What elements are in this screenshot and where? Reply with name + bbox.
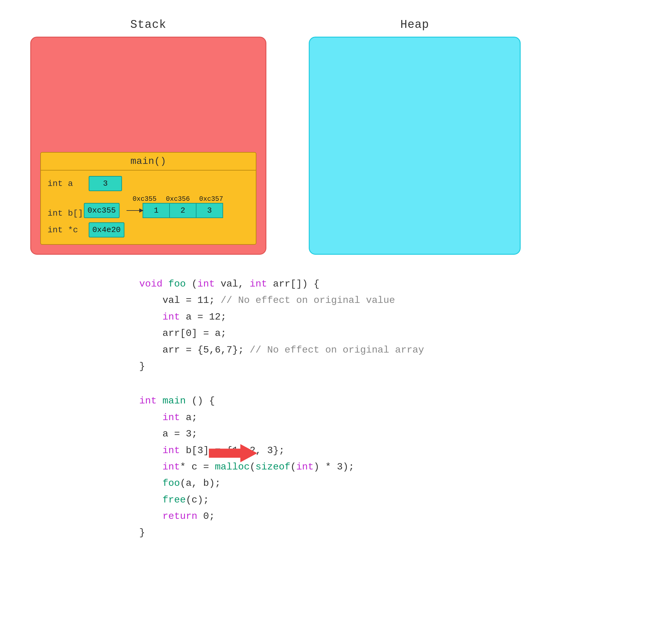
stack-label: Stack bbox=[30, 18, 266, 31]
addr-label-1: 0xc356 bbox=[161, 195, 195, 203]
heap-label: Heap bbox=[309, 18, 521, 31]
var-row-b: int b[] 0xc355 0xc355 0xc356 0xc357 bbox=[48, 195, 249, 218]
code-area: void foo (int val, int arr[]) { val = 11… bbox=[0, 276, 672, 541]
var-label-b: int b[] bbox=[48, 209, 84, 218]
var-label-c: int *c bbox=[48, 225, 84, 235]
diagram-area: Stack main() int a 3 int b[] 0xc355 bbox=[0, 0, 672, 255]
var-row-a: int a 3 bbox=[48, 176, 249, 191]
main-frame-body: int a 3 int b[] 0xc355 0xc355 0xc356 bbox=[41, 170, 256, 239]
arr-cell-2: 3 bbox=[196, 203, 223, 218]
red-arrow bbox=[209, 444, 257, 462]
arr-cell-0: 1 bbox=[143, 203, 170, 218]
red-arrow-shape bbox=[209, 444, 257, 462]
heap-box bbox=[309, 37, 521, 255]
stack-box: main() int a 3 int b[] 0xc355 bbox=[30, 37, 266, 255]
var-label-a: int a bbox=[48, 179, 84, 188]
var-cell-b: 0xc355 bbox=[84, 203, 120, 218]
addr-label-0: 0xc355 bbox=[128, 195, 161, 203]
b-arrow-line bbox=[126, 210, 143, 211]
code-main: int main () { int a; a = 3; int b[3] = {… bbox=[139, 393, 642, 541]
arr-cell-1: 2 bbox=[169, 203, 196, 218]
var-row-c: int *c 0x4e20 bbox=[48, 222, 249, 237]
code-foo: void foo (int val, int arr[]) { val = 11… bbox=[139, 276, 642, 375]
main-frame: main() int a 3 int b[] 0xc355 bbox=[40, 152, 256, 245]
main-frame-title: main() bbox=[41, 153, 256, 170]
addr-label-2: 0xc357 bbox=[195, 195, 228, 203]
var-cell-c: 0x4e20 bbox=[89, 222, 124, 237]
heap-container: Heap bbox=[309, 18, 521, 255]
code-main-wrapper: int main () { int a; a = 3; int b[3] = {… bbox=[139, 393, 642, 541]
var-cell-a: 3 bbox=[89, 176, 122, 191]
stack-container: Stack main() int a 3 int b[] 0xc355 bbox=[30, 18, 266, 255]
